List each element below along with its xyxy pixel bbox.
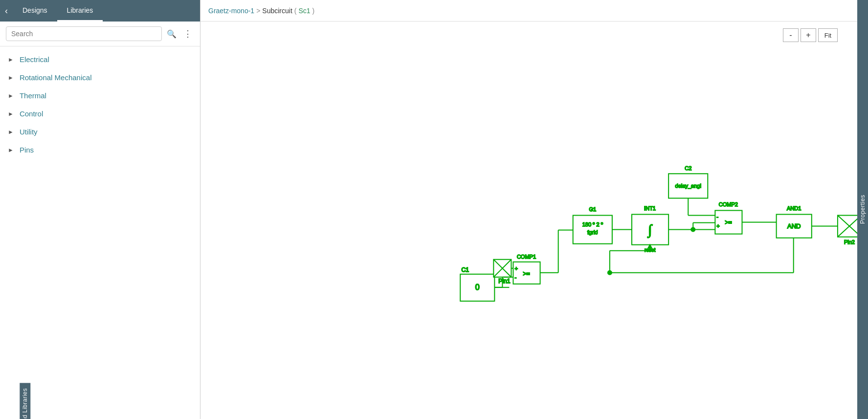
svg-text:Pin2: Pin2	[844, 239, 855, 245]
sidebar-item-pins[interactable]: ► Pins	[0, 141, 200, 159]
sidebar-item-control[interactable]: ► Control	[0, 105, 200, 123]
svg-text:+: +	[716, 223, 719, 229]
zoom-fit-button[interactable]: Fit	[818, 28, 838, 42]
svg-text:AND1: AND1	[787, 205, 801, 211]
sidebar-item-rotational-mechanical[interactable]: ► Rotational Mechanical	[0, 68, 200, 87]
svg-text:>=: >=	[725, 219, 732, 226]
sidebar: ‹ Designs Libraries 🔍 ⋮ ► Electrical ► R…	[0, 0, 200, 419]
svg-text:delay_angl: delay_angl	[675, 183, 701, 189]
library-list: ► Electrical ► Rotational Mechanical ► T…	[0, 46, 200, 419]
more-options-icon[interactable]: ⋮	[181, 26, 194, 41]
properties-tab[interactable]: Properties	[857, 0, 868, 419]
sidebar-item-thermal[interactable]: ► Thermal	[0, 87, 200, 105]
svg-marker-30	[648, 245, 652, 248]
chevron-right-icon: ►	[8, 110, 14, 117]
svg-text:>=: >=	[523, 270, 530, 277]
sidebar-item-utility[interactable]: ► Utility	[0, 123, 200, 141]
sidebar-item-electrical[interactable]: ► Electrical	[0, 50, 200, 68]
breadcrumb-page: Subcircuit	[262, 7, 292, 15]
tab-designs[interactable]: Designs	[13, 0, 57, 22]
svg-text:0: 0	[475, 283, 480, 291]
svg-text:-: -	[514, 274, 516, 280]
breadcrumb-separator: >	[256, 7, 260, 15]
svg-text:180 * 2 *: 180 * 2 *	[582, 221, 603, 227]
zoom-in-button[interactable]: +	[801, 28, 816, 42]
svg-text:COMP2: COMP2	[719, 201, 738, 207]
svg-text:-: -	[716, 214, 718, 220]
svg-text:AND: AND	[787, 222, 801, 230]
designs-libraries-label: Designs and Libraries	[20, 383, 30, 419]
svg-text:INT1: INT1	[644, 205, 656, 211]
svg-text:C2: C2	[685, 165, 691, 171]
breadcrumb: Graetz-mono-1 > Subcircuit ( Sc1 )	[200, 0, 857, 22]
back-button[interactable]: ‹	[0, 0, 13, 22]
sidebar-tabs: ‹ Designs Libraries	[0, 0, 200, 22]
zoom-controls: - + Fit	[783, 28, 838, 42]
svg-text:+: +	[514, 265, 517, 271]
tab-libraries[interactable]: Libraries	[57, 0, 103, 22]
svg-text:Pin1: Pin1	[498, 278, 510, 285]
svg-text:G1: G1	[589, 206, 596, 212]
search-area: 🔍 ⋮	[0, 22, 200, 46]
search-input[interactable]	[6, 26, 162, 41]
chevron-right-icon: ►	[8, 74, 14, 81]
zoom-out-button[interactable]: -	[783, 28, 799, 42]
svg-point-49	[608, 271, 612, 275]
svg-text:fgrid: fgrid	[587, 229, 598, 235]
search-icon[interactable]: 🔍	[165, 27, 178, 41]
circuit-diagram: 0 C1 Pin1 >= COMP1 + -	[200, 22, 857, 419]
chevron-right-icon: ►	[8, 129, 14, 135]
breadcrumb-project[interactable]: Graetz-mono-1	[208, 7, 254, 15]
svg-text:COMP1: COMP1	[517, 254, 536, 260]
chevron-right-icon: ►	[8, 92, 14, 99]
main-area: Graetz-mono-1 > Subcircuit ( Sc1 ) - + F…	[200, 0, 857, 419]
chevron-right-icon: ►	[8, 147, 14, 154]
chevron-right-icon: ►	[8, 56, 14, 63]
canvas[interactable]: - + Fit 0 C1 Pin1 >= COMP1 +	[200, 22, 857, 419]
breadcrumb-sc-label: Sc1	[298, 7, 310, 15]
svg-text:C1: C1	[462, 266, 469, 273]
